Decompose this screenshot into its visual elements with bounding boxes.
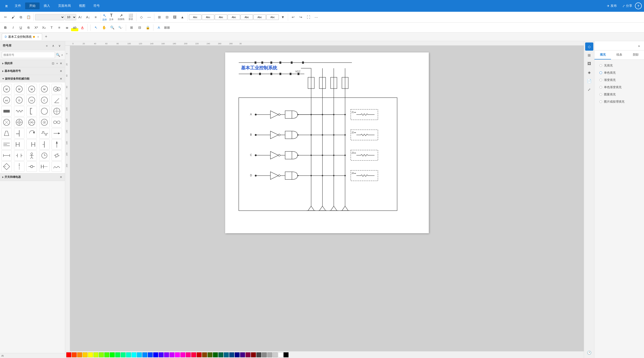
bold-button[interactable]: B: [2, 24, 9, 31]
menu-view[interactable]: 视图: [75, 2, 90, 9]
symbol-person[interactable]: [26, 150, 37, 161]
color-swatch[interactable]: [82, 352, 88, 357]
symbol-circle-small[interactable]: [26, 161, 37, 172]
indent-button[interactable]: ≣: [63, 24, 70, 31]
color-swatch[interactable]: [262, 352, 267, 357]
undo-button[interactable]: ↩: [290, 13, 297, 21]
grid-panel-button[interactable]: ⊞: [585, 51, 593, 59]
symbol-v-line[interactable]: [39, 139, 50, 150]
publish-button[interactable]: ✈ 发布: [604, 2, 620, 9]
style-preset-5[interactable]: Abc: [240, 14, 253, 20]
color-swatch[interactable]: [77, 352, 82, 357]
color-swatch[interactable]: [246, 352, 250, 357]
color-swatch[interactable]: [267, 352, 272, 357]
symbol-circle-quarter[interactable]: [14, 117, 24, 128]
fill-option-solid[interactable]: 单色填充: [597, 69, 641, 76]
tab-shadow[interactable]: 阴影: [628, 50, 644, 59]
menu-start[interactable]: 开始: [25, 2, 40, 9]
font-color-button[interactable]: A: [79, 24, 86, 31]
superscript-button[interactable]: X²: [32, 24, 40, 31]
symbol-h-arrow[interactable]: [1, 150, 12, 161]
search-filter-button[interactable]: ∧: [61, 53, 63, 56]
highlight-button[interactable]: ab: [71, 24, 78, 31]
symbol-bracket-l[interactable]: [26, 139, 37, 150]
color-swatch[interactable]: [148, 352, 153, 357]
color-swatch[interactable]: [180, 352, 185, 357]
my-library-close-button[interactable]: ✕: [59, 61, 63, 66]
symbol-M4[interactable]: M: [39, 84, 50, 94]
color-swatch[interactable]: [94, 352, 98, 357]
image-panel-button[interactable]: 🖼: [585, 60, 593, 68]
symbol-M3[interactable]: M: [26, 84, 37, 94]
symbol-wave[interactable]: [52, 161, 62, 172]
my-library-add-button[interactable]: +: [56, 61, 58, 66]
group-button[interactable]: ⊞: [156, 13, 163, 21]
symbol-bracket-r[interactable]: [14, 139, 24, 150]
symbol-MS[interactable]: MS: [1, 95, 12, 105]
symbol-circle-open[interactable]: [39, 106, 50, 116]
symbol-bracket[interactable]: [26, 106, 37, 116]
symbol-C[interactable]: C: [39, 95, 50, 105]
search-icon[interactable]: 🔍: [56, 53, 60, 57]
symbol-angle[interactable]: [52, 95, 62, 105]
help-button[interactable]: ?: [635, 2, 642, 9]
rotating-equipment-close-button[interactable]: ✕: [59, 77, 63, 81]
color-swatch[interactable]: [197, 352, 202, 357]
style-preset-1[interactable]: Abc: [189, 14, 202, 20]
zoom-panel-button[interactable]: ⤢: [585, 85, 593, 94]
font-size-select[interactable]: 10 12141618: [65, 14, 76, 20]
menu-file[interactable]: 文件: [11, 2, 25, 9]
color-swatch[interactable]: [256, 352, 261, 357]
basic-circuit-close-button[interactable]: ✕: [59, 69, 63, 73]
zoom-in-button[interactable]: 🔍: [108, 24, 116, 31]
more-arrange-button[interactable]: ▲: [179, 13, 186, 21]
color-swatch[interactable]: [142, 352, 147, 357]
symbol-pulse[interactable]: [39, 128, 50, 139]
connector-tool[interactable]: ↗ 连接线: [116, 13, 126, 21]
color-swatch[interactable]: [235, 352, 240, 357]
color-swatch[interactable]: [229, 352, 234, 357]
color-swatch[interactable]: [240, 352, 245, 357]
symbol-rotation[interactable]: [26, 128, 37, 139]
collapse-panel-button[interactable]: »: [636, 42, 643, 49]
rotating-equipment-header[interactable]: 旋转设备和机械功能 ✕: [0, 75, 65, 82]
symbol-trapezoid[interactable]: [1, 128, 12, 139]
symbol-inductor[interactable]: [14, 106, 24, 116]
symbol-MG[interactable]: MG: [52, 84, 62, 94]
symbol-rect[interactable]: [1, 106, 12, 116]
line-style-button[interactable]: ---: [146, 13, 153, 21]
symbol-clock[interactable]: [39, 150, 50, 161]
color-swatch[interactable]: [278, 352, 283, 357]
text-case-button[interactable]: T: [48, 24, 55, 31]
grid-layout-button[interactable]: ⊞⊞: [164, 24, 170, 31]
style-preset-4[interactable]: Abc: [228, 14, 240, 20]
style-preset-2[interactable]: Abc: [202, 14, 214, 20]
select-mode-button[interactable]: ↖: [92, 24, 100, 31]
color-swatch[interactable]: [186, 352, 191, 357]
color-swatch[interactable]: [99, 352, 104, 357]
cut-button[interactable]: ✂: [2, 13, 9, 21]
history-panel-button[interactable]: 🕐: [585, 349, 593, 357]
fill-option-gradient[interactable]: 渐变填充: [597, 76, 641, 84]
color-swatch[interactable]: [104, 352, 109, 357]
switch-relay-close-button[interactable]: ✕: [59, 175, 63, 179]
collapse-sidebar-button[interactable]: «: [44, 43, 50, 48]
more-right-button[interactable]: ⋯: [312, 13, 320, 21]
symbol-arrow-up[interactable]: [52, 139, 62, 150]
menu-layout[interactable]: 页面布局: [54, 2, 75, 9]
layers-panel-button[interactable]: ◈: [585, 68, 593, 76]
color-swatch[interactable]: [251, 352, 256, 357]
increase-font-button[interactable]: A↑: [77, 13, 84, 21]
underline-button[interactable]: U: [17, 24, 24, 31]
menu-insert[interactable]: 插入: [40, 2, 54, 9]
canvas-scroll[interactable]: 基本工业控制系统 VCC: [70, 46, 584, 351]
symbol-arrow-right[interactable]: [52, 128, 62, 139]
symbol-t-shape[interactable]: [14, 128, 24, 139]
color-swatch[interactable]: [120, 352, 126, 357]
decrease-font-button[interactable]: A↓: [84, 13, 92, 21]
style-preset-7[interactable]: Abc: [266, 14, 279, 20]
symbol-circle-filled[interactable]: [52, 106, 62, 116]
copy-button[interactable]: ⧉: [17, 13, 24, 21]
color-swatch[interactable]: [224, 352, 229, 357]
color-swatch[interactable]: [164, 352, 169, 357]
